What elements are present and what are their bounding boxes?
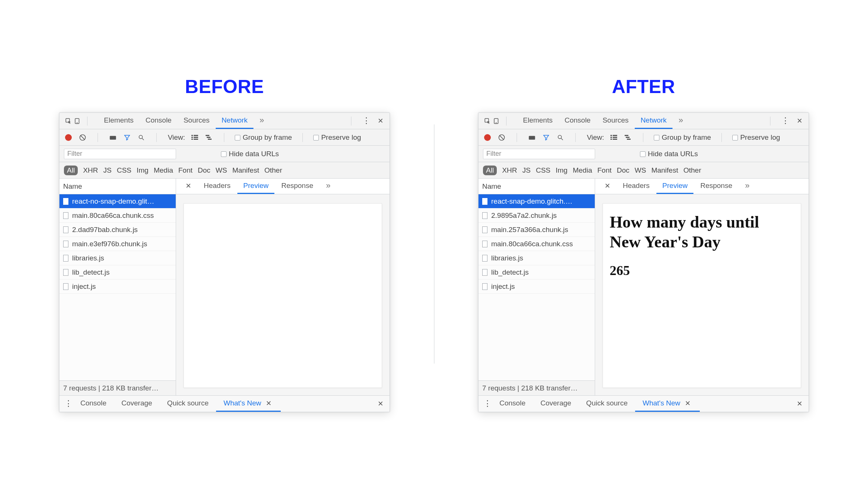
request-row[interactable]: 2.9895a7a2.chunk.js — [478, 209, 595, 223]
tab-elements[interactable]: Elements — [98, 113, 139, 129]
close-tab-icon[interactable] — [264, 399, 273, 408]
close-tab-icon[interactable] — [683, 399, 692, 408]
settings-menu-icon[interactable] — [781, 117, 790, 126]
drawer-tab-whats-new[interactable]: What's New — [635, 396, 700, 412]
drawer-tab-coverage[interactable]: Coverage — [533, 396, 579, 412]
request-row[interactable]: main.80ca66ca.chunk.css — [478, 237, 595, 251]
tab-network[interactable]: Network — [635, 113, 673, 129]
chip-js[interactable]: JS — [103, 166, 111, 174]
chip-ws[interactable]: WS — [216, 166, 227, 174]
drawer-tab-console[interactable]: Console — [492, 396, 533, 412]
chip-manifest[interactable]: Manifest — [651, 166, 678, 174]
chip-manifest[interactable]: Manifest — [232, 166, 259, 174]
name-header[interactable]: Name — [478, 179, 595, 194]
chip-ws[interactable]: WS — [635, 166, 646, 174]
waterfall-icon[interactable] — [624, 133, 632, 142]
close-detail-icon[interactable] — [180, 179, 197, 194]
screenshot-icon[interactable] — [527, 133, 536, 142]
request-row[interactable]: main.257a366a.chunk.js — [478, 223, 595, 237]
chip-css[interactable]: CSS — [117, 166, 131, 174]
tab-headers[interactable]: Headers — [198, 179, 237, 194]
tab-preview[interactable]: Preview — [656, 179, 694, 194]
request-row[interactable]: inject.js — [478, 279, 595, 294]
group-by-frame-checkbox[interactable]: Group by frame — [235, 133, 292, 142]
request-row[interactable]: main.e3ef976b.chunk.js — [59, 237, 176, 251]
tab-elements[interactable]: Elements — [517, 113, 558, 129]
chip-font[interactable]: Font — [178, 166, 193, 174]
request-row[interactable]: react-no-snap-demo.glit… — [59, 194, 176, 209]
preserve-log-checkbox[interactable]: Preserve log — [313, 133, 361, 142]
chip-doc[interactable]: Doc — [617, 166, 630, 174]
clear-icon[interactable] — [78, 133, 87, 142]
inspect-icon[interactable] — [483, 117, 492, 126]
tab-console[interactable]: Console — [558, 113, 597, 129]
chip-css[interactable]: CSS — [536, 166, 550, 174]
clear-icon[interactable] — [497, 133, 506, 142]
group-by-frame-checkbox[interactable]: Group by frame — [654, 133, 711, 142]
chip-img[interactable]: Img — [137, 166, 149, 174]
drawer-menu-icon[interactable] — [483, 399, 492, 408]
chip-doc[interactable]: Doc — [198, 166, 210, 174]
chip-media[interactable]: Media — [154, 166, 173, 174]
chip-other[interactable]: Other — [264, 166, 282, 174]
chip-all[interactable]: All — [483, 166, 497, 175]
screenshot-icon[interactable] — [108, 133, 117, 142]
tab-sources[interactable]: Sources — [597, 113, 635, 129]
tab-sources[interactable]: Sources — [178, 113, 216, 129]
chip-media[interactable]: Media — [573, 166, 592, 174]
request-row[interactable]: libraries.js — [59, 251, 176, 265]
chip-all[interactable]: All — [64, 166, 78, 175]
record-icon[interactable] — [483, 133, 492, 142]
request-row[interactable]: lib_detect.js — [59, 265, 176, 279]
tab-response[interactable]: Response — [275, 179, 319, 194]
device-toggle-icon[interactable] — [492, 117, 501, 126]
search-icon[interactable] — [556, 133, 565, 142]
filter-input[interactable]: Filter — [483, 149, 595, 159]
tab-console[interactable]: Console — [139, 113, 178, 129]
record-icon[interactable] — [64, 133, 73, 142]
preserve-log-checkbox[interactable]: Preserve log — [732, 133, 780, 142]
request-row[interactable]: 2.dad97bab.chunk.js — [59, 223, 176, 237]
more-tabs-icon[interactable] — [672, 113, 689, 129]
settings-menu-icon[interactable] — [362, 117, 371, 126]
drawer-menu-icon[interactable] — [64, 399, 73, 408]
more-tabs-icon[interactable] — [253, 113, 270, 129]
tab-network[interactable]: Network — [216, 113, 254, 129]
tab-response[interactable]: Response — [694, 179, 738, 194]
close-devtools-icon[interactable] — [376, 117, 385, 126]
request-row[interactable]: react-snap-demo.glitch.… — [478, 194, 595, 209]
more-detail-tabs-icon[interactable] — [320, 179, 336, 194]
request-row[interactable]: libraries.js — [478, 251, 595, 265]
chip-js[interactable]: JS — [522, 166, 530, 174]
filter-toggle-icon[interactable] — [123, 133, 132, 142]
close-devtools-icon[interactable] — [795, 117, 804, 126]
filter-toggle-icon[interactable] — [542, 133, 551, 142]
tab-headers[interactable]: Headers — [617, 179, 656, 194]
drawer-tab-console[interactable]: Console — [73, 396, 114, 412]
drawer-tab-quick-source[interactable]: Quick source — [579, 396, 635, 412]
hide-data-urls-checkbox[interactable]: Hide data URLs — [640, 150, 698, 158]
close-drawer-icon[interactable] — [376, 399, 385, 408]
search-icon[interactable] — [137, 133, 146, 142]
chip-other[interactable]: Other — [683, 166, 701, 174]
tab-preview[interactable]: Preview — [237, 179, 275, 194]
inspect-icon[interactable] — [64, 117, 73, 126]
request-row[interactable]: inject.js — [59, 279, 176, 294]
chip-font[interactable]: Font — [597, 166, 612, 174]
chip-img[interactable]: Img — [556, 166, 568, 174]
drawer-tab-quick-source[interactable]: Quick source — [160, 396, 216, 412]
more-detail-tabs-icon[interactable] — [739, 179, 755, 194]
large-rows-icon[interactable] — [609, 133, 618, 142]
device-toggle-icon[interactable] — [73, 117, 82, 126]
waterfall-icon[interactable] — [204, 133, 213, 142]
name-header[interactable]: Name — [59, 179, 176, 194]
drawer-tab-whats-new[interactable]: What's New — [216, 396, 281, 412]
request-row[interactable]: main.80ca66ca.chunk.css — [59, 209, 176, 223]
close-detail-icon[interactable] — [599, 179, 616, 194]
filter-input[interactable]: Filter — [64, 149, 176, 159]
large-rows-icon[interactable] — [190, 133, 199, 142]
hide-data-urls-checkbox[interactable]: Hide data URLs — [221, 150, 279, 158]
request-row[interactable]: lib_detect.js — [478, 265, 595, 279]
chip-xhr[interactable]: XHR — [502, 166, 517, 174]
drawer-tab-coverage[interactable]: Coverage — [114, 396, 160, 412]
